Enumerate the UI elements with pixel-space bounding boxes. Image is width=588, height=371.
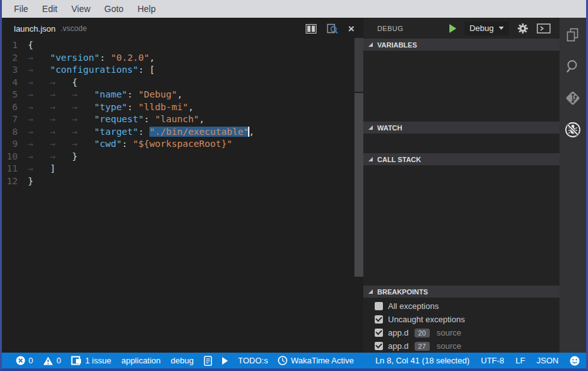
tab-whitespace-arrow: →: [50, 89, 72, 101]
code-area[interactable]: 1{2→"version": "0.2.0",3→"configurations…: [2, 39, 363, 187]
error-count[interactable]: 0: [16, 356, 33, 365]
tab-whitespace-arrow: →: [50, 77, 72, 89]
run-task-play-icon[interactable]: [222, 357, 228, 365]
status-application[interactable]: application: [122, 356, 161, 365]
debug-sidebar: DEBUG Debug: [363, 18, 560, 353]
code-line[interactable]: 11→]: [2, 163, 363, 175]
breakpoint-item[interactable]: Uncaught exceptions: [363, 313, 560, 326]
explorer-files-icon[interactable]: [564, 26, 582, 44]
code-line[interactable]: 6→→→"type": "lldb-mi",: [2, 101, 363, 114]
code-token: "${workspaceRoot}": [133, 139, 232, 149]
line-number[interactable]: 9: [2, 138, 28, 151]
code-token: ]: [50, 163, 56, 173]
status-debug-mode[interactable]: debug: [171, 356, 194, 365]
search-icon[interactable]: [564, 58, 582, 75]
tab-whitespace-arrow: →: [28, 64, 50, 77]
encoding-indicator[interactable]: UTF-8: [481, 356, 504, 365]
activity-bar: [560, 18, 586, 353]
breakpoint-checkbox[interactable]: [375, 342, 383, 350]
line-number[interactable]: 1: [2, 39, 28, 52]
line-number[interactable]: 4: [2, 77, 28, 89]
menu-bar: FileEditViewGotoHelp: [2, 0, 586, 18]
twistie-icon: [368, 42, 373, 47]
source-control-git-icon[interactable]: [564, 89, 582, 107]
line-number[interactable]: 3: [2, 64, 28, 77]
code-line[interactable]: 1{: [2, 39, 363, 52]
feedback-smiley-icon[interactable]: [570, 356, 580, 366]
code-line[interactable]: 5→→→"name": "Debug",: [2, 89, 363, 101]
code-token: "0.2.0": [111, 53, 149, 63]
tab-filename[interactable]: launch.json: [14, 24, 56, 34]
section-variables[interactable]: VARIABLES: [363, 39, 560, 51]
breakpoint-checkbox[interactable]: [375, 302, 383, 310]
line-number[interactable]: 12: [2, 175, 28, 188]
section-watch[interactable]: WATCH: [363, 122, 560, 134]
code-line[interactable]: 8→→→"target": "./bin/executable",: [2, 126, 363, 139]
breakpoint-item[interactable]: app.d27source: [363, 339, 560, 353]
line-number[interactable]: 5: [2, 89, 28, 101]
selected-text: "./bin/executable": [149, 127, 249, 137]
issues-indicator[interactable]: 1 issue: [71, 356, 111, 366]
code-line[interactable]: 7→→→"request": "launch",: [2, 113, 363, 126]
code-line[interactable]: 9→→→"cwd": "${workspaceRoot}": [2, 138, 363, 151]
code-line[interactable]: 10→→}: [2, 151, 363, 163]
code-token: }: [72, 151, 78, 161]
line-number[interactable]: 7: [2, 113, 28, 126]
editor-scrollbar-thumb[interactable]: [354, 93, 363, 277]
breakpoint-checkbox[interactable]: [375, 315, 383, 324]
code-token: :: [122, 139, 132, 149]
tab-whitespace-arrow: →: [28, 101, 50, 114]
line-number[interactable]: 8: [2, 126, 28, 139]
line-number[interactable]: 6: [2, 101, 28, 114]
breakpoint-checkbox[interactable]: [375, 329, 383, 337]
status-wakatime[interactable]: WakaTime Active: [278, 356, 353, 365]
breakpoint-item[interactable]: All exceptions: [363, 299, 560, 313]
code-token: :: [144, 114, 154, 124]
menu-item-help[interactable]: Help: [130, 4, 163, 14]
line-number[interactable]: 2: [2, 52, 28, 65]
code-line[interactable]: 2→"version": "0.2.0",: [2, 52, 363, 65]
code-token: {: [28, 40, 34, 50]
menu-item-edit[interactable]: Edit: [35, 4, 65, 14]
start-debug-icon[interactable]: [449, 24, 456, 33]
notes-document-icon[interactable]: [204, 356, 212, 366]
tab-whitespace-arrow: →: [50, 151, 72, 163]
code-line[interactable]: 12}: [2, 175, 363, 188]
eol-indicator[interactable]: LF: [516, 356, 525, 365]
menu-item-goto[interactable]: Goto: [97, 4, 130, 14]
code-token: "launch": [155, 114, 199, 124]
section-call-stack[interactable]: CALL STACK: [363, 153, 560, 165]
code-token: ,: [149, 53, 155, 63]
editor-scrollbar-top[interactable]: [354, 38, 363, 92]
language-mode[interactable]: JSON: [537, 356, 559, 365]
line-number[interactable]: 10: [2, 151, 28, 163]
code-line[interactable]: 4→→{: [2, 77, 363, 89]
line-number[interactable]: 11: [2, 163, 28, 175]
configure-gear-icon[interactable]: [517, 23, 529, 34]
code-line[interactable]: 3→"configurations": [: [2, 64, 363, 77]
editor-pane[interactable]: launch.json .vscode: [2, 18, 363, 353]
open-preview-icon[interactable]: [327, 23, 338, 34]
menu-item-view[interactable]: View: [65, 4, 97, 14]
tab-whitespace-arrow: →: [28, 138, 50, 151]
debug-config-dropdown[interactable]: Debug: [465, 22, 509, 35]
status-todos[interactable]: TODO:s: [238, 356, 268, 365]
close-editor-icon[interactable]: ×: [348, 23, 354, 34]
section-breakpoints[interactable]: BREAKPOINTS: [363, 286, 560, 298]
menu-item-file[interactable]: File: [7, 4, 35, 14]
debug-no-bug-icon[interactable]: [564, 121, 582, 139]
breakpoint-line-badge: 20: [415, 329, 430, 337]
warning-count[interactable]: 0: [43, 356, 61, 365]
tab-whitespace-arrow: →: [28, 52, 50, 65]
app-window: FileEditViewGotoHelp launch.json .vscode: [0, 0, 588, 371]
split-editor-icon[interactable]: [306, 24, 316, 34]
breakpoints-body: All exceptionsUncaught exceptionsapp.d20…: [363, 298, 560, 353]
issues-icon: [71, 356, 82, 366]
watch-body: [363, 134, 560, 153]
code-token: :: [127, 89, 138, 99]
debug-config-value: Debug: [470, 23, 494, 33]
debug-console-icon[interactable]: [537, 23, 551, 34]
cursor-position[interactable]: Ln 8, Col 41 (18 selected): [375, 356, 470, 365]
breakpoint-item[interactable]: app.d20source: [363, 326, 560, 339]
debug-toolbar: DEBUG Debug: [363, 18, 560, 39]
